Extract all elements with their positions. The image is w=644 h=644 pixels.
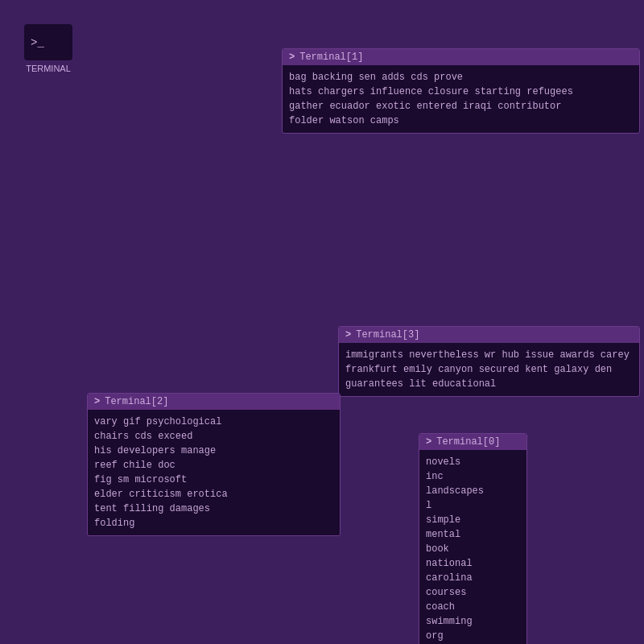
terminal-window-2: > Terminal[2] vary gif psychological cha… (87, 393, 341, 536)
terminal-titlebar-prompt-1: > (289, 52, 295, 63)
terminal-title-1: Terminal[1] (299, 52, 363, 63)
terminal-title-2: Terminal[2] (105, 396, 168, 407)
terminal-titlebar-prompt-3: > (345, 329, 351, 341)
terminal-content-3: immigrants nevertheless wr hub issue awa… (339, 343, 639, 396)
terminal-content-1: bag backing sen adds cds prove hats char… (283, 65, 639, 133)
terminal-titlebar-0[interactable]: > Terminal[0] (419, 434, 526, 450)
terminal-title-3: Terminal[3] (356, 329, 419, 341)
terminal-titlebar-1[interactable]: > Terminal[1] (283, 49, 639, 65)
terminal-titlebar-3[interactable]: > Terminal[3] (339, 327, 639, 343)
terminal-content-2: vary gif psychological chairs cds exceed… (88, 410, 340, 535)
terminal-window-3: > Terminal[3] immigrants nevertheless wr… (338, 326, 640, 397)
terminal-title-0: Terminal[0] (436, 436, 500, 448)
terminal-titlebar-prompt-2: > (94, 396, 100, 407)
terminal-prompt-icon: >_ (31, 36, 44, 49)
terminal-icon-image: >_ (24, 24, 72, 60)
terminal-icon-label: TERMINAL (26, 64, 71, 73)
terminal-desktop-icon[interactable]: >_ TERMINAL (24, 24, 72, 73)
terminal-window-1: > Terminal[1] bag backing sen adds cds p… (282, 48, 640, 134)
terminal-content-0: novels inc landscapes l simple mental bo… (419, 450, 526, 644)
terminal-titlebar-prompt-0: > (426, 436, 431, 448)
terminal-window-0: > Terminal[0] novels inc landscapes l si… (419, 433, 527, 644)
terminal-titlebar-2[interactable]: > Terminal[2] (88, 394, 340, 410)
